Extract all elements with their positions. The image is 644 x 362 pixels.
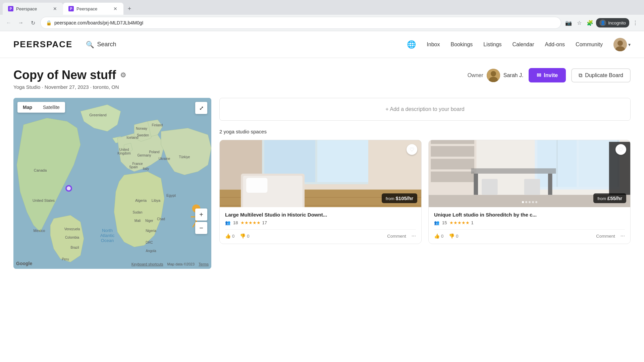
space-actions-1: 👍 0 👎 0 Comment ··· bbox=[225, 229, 416, 239]
logo-text: PEERSPACE bbox=[13, 39, 72, 49]
map-footer-right: Keyboard shortcuts Map data ©2023 Terms bbox=[131, 262, 209, 266]
space-card-image-1: ♡ from $105/hr bbox=[220, 140, 421, 207]
capacity-icon-1: 👥 bbox=[225, 220, 230, 225]
like-count-1: 0 bbox=[232, 234, 234, 239]
dot-4 bbox=[532, 201, 534, 203]
tab-title-2: Peerspace bbox=[76, 6, 110, 11]
space-card-2[interactable]: ♡ from £55/hr bbox=[428, 140, 631, 244]
forward-button[interactable]: → bbox=[16, 18, 25, 27]
back-button[interactable]: ← bbox=[4, 18, 13, 27]
incognito-label: Incognito bbox=[608, 20, 626, 25]
map-tab-satellite[interactable]: Satellite bbox=[38, 102, 65, 113]
like-button-2[interactable]: 👍 0 bbox=[434, 233, 443, 239]
space-details-2: 👥 15 ★★★★★ 1 bbox=[434, 220, 625, 225]
comment-button-1[interactable]: Comment bbox=[387, 234, 406, 239]
globe-icon[interactable]: 🌐 bbox=[407, 40, 416, 49]
dislike-button-2[interactable]: 👎 0 bbox=[449, 233, 458, 239]
board-meta: Yoga Studio · November 27, 2023 · toront… bbox=[13, 84, 126, 90]
duplicate-board-button[interactable]: ⧉ Duplicate Board bbox=[571, 68, 631, 82]
lock-icon: 🔒 bbox=[46, 20, 52, 25]
more-options-button-2[interactable]: ··· bbox=[621, 233, 625, 239]
browser-tabs: P Peerspace ✕ P Peerspace ✕ + bbox=[0, 0, 644, 15]
app-logo[interactable]: PEERSPACE bbox=[13, 39, 72, 50]
google-logo-text: Google bbox=[16, 261, 32, 266]
owner-section: Owner Sarah J. bbox=[468, 69, 524, 82]
map-tab-map[interactable]: Map bbox=[17, 102, 38, 113]
svg-text:Greenland: Greenland bbox=[89, 113, 106, 117]
heart-button-1[interactable]: ♡ bbox=[407, 144, 417, 155]
map-zoom-out-button[interactable]: − bbox=[195, 222, 207, 234]
browser-tab-2[interactable]: P Peerspace ✕ bbox=[63, 3, 123, 15]
space-card-1[interactable]: ♡ from $105/hr Large Multilevel Studio i… bbox=[219, 140, 422, 244]
svg-text:Niger: Niger bbox=[145, 219, 154, 223]
svg-rect-74 bbox=[431, 159, 474, 170]
more-options-button-1[interactable]: ··· bbox=[412, 233, 416, 239]
rating-2: ★★★★★ 1 bbox=[449, 220, 473, 225]
bookmark-icon[interactable]: ☆ bbox=[575, 18, 584, 27]
nav-addons[interactable]: Add-ons bbox=[545, 42, 565, 48]
search-button[interactable]: 🔍 Search bbox=[86, 41, 116, 49]
heart-button-2[interactable]: ♡ bbox=[615, 144, 626, 155]
dislike-count-2: 0 bbox=[456, 234, 458, 239]
dislike-count-1: 0 bbox=[247, 234, 249, 239]
map-zoom-in-button[interactable]: + bbox=[195, 208, 207, 221]
nav-listings[interactable]: Listings bbox=[483, 42, 501, 48]
camera-icon[interactable]: 📷 bbox=[564, 18, 573, 27]
address-bar[interactable]: 🔒 peerspace.com/boards/prj-MLD7JLb4M0gI bbox=[40, 17, 561, 29]
chevron-down-icon: ▾ bbox=[628, 42, 631, 47]
like-button-1[interactable]: 👍 0 bbox=[225, 233, 234, 239]
reload-button[interactable]: ↻ bbox=[28, 18, 38, 27]
space-card-info-2: Unique Loft studio in Shoreditch by the … bbox=[429, 207, 630, 244]
invite-button[interactable]: ✉ Invite bbox=[529, 68, 566, 82]
browser-tab-1[interactable]: P Peerspace ✕ bbox=[3, 3, 63, 15]
thumbs-down-icon-2: 👎 bbox=[449, 233, 454, 239]
svg-text:Chad: Chad bbox=[157, 217, 165, 221]
tab-close-2[interactable]: ✕ bbox=[113, 6, 118, 11]
tab-close-1[interactable]: ✕ bbox=[52, 6, 58, 11]
stars-1: ★★★★★ bbox=[240, 220, 261, 225]
svg-text:Finland: Finland bbox=[152, 123, 163, 127]
url-text: peerspace.com/boards/prj-MLD7JLb4M0gI bbox=[54, 20, 555, 25]
comment-button-2[interactable]: Comment bbox=[596, 234, 615, 239]
map-terms[interactable]: Terms bbox=[199, 262, 209, 266]
map-tabs: Map Satellite bbox=[17, 102, 65, 113]
svg-text:Germany: Germany bbox=[137, 154, 151, 157]
nav-bookings[interactable]: Bookings bbox=[450, 42, 473, 48]
thumbs-up-icon-1: 👍 bbox=[225, 233, 231, 239]
menu-button[interactable]: ⋮ bbox=[631, 18, 640, 27]
map-area: Canada United States Mexico Greenland Ic… bbox=[13, 98, 211, 269]
svg-text:Algeria: Algeria bbox=[135, 198, 147, 202]
header-nav: 🌐 Inbox Bookings Listings Calendar Add-o… bbox=[407, 38, 631, 51]
nav-inbox[interactable]: Inbox bbox=[427, 42, 440, 48]
review-count-2: 1 bbox=[471, 220, 473, 225]
map-container[interactable]: Canada United States Mexico Greenland Ic… bbox=[13, 98, 211, 269]
nav-calendar[interactable]: Calendar bbox=[513, 42, 534, 48]
nav-community[interactable]: Community bbox=[576, 42, 603, 48]
svg-rect-81 bbox=[524, 179, 540, 195]
svg-text:Poland: Poland bbox=[149, 150, 159, 154]
extension-icon[interactable]: 🧩 bbox=[585, 18, 595, 27]
svg-text:Venezuela: Venezuela bbox=[64, 227, 80, 231]
settings-icon[interactable]: ⚙ bbox=[120, 71, 126, 79]
new-tab-button[interactable]: + bbox=[125, 4, 134, 13]
map-zoom-controls: + − bbox=[195, 208, 207, 235]
map-data-text: Map data ©2023 bbox=[167, 262, 195, 266]
space-card-info-1: Large Multilevel Studio in Historic Down… bbox=[220, 207, 421, 244]
svg-text:Peru: Peru bbox=[62, 257, 69, 261]
svg-point-4 bbox=[491, 71, 496, 76]
map-keyboard-shortcuts[interactable]: Keyboard shortcuts bbox=[131, 262, 163, 266]
description-box[interactable]: + Add a description to your board bbox=[219, 98, 631, 121]
user-menu-button[interactable]: ▾ bbox=[613, 38, 631, 51]
incognito-avatar: 👤 bbox=[599, 19, 606, 26]
tab-title-1: Peerspace bbox=[16, 6, 50, 11]
invite-icon: ✉ bbox=[537, 72, 541, 78]
svg-text:Angola: Angola bbox=[146, 249, 156, 253]
incognito-badge[interactable]: 👤 Incognito bbox=[596, 18, 629, 27]
like-count-2: 0 bbox=[441, 234, 443, 239]
svg-text:Egypt: Egypt bbox=[166, 193, 176, 197]
map-expand-button[interactable]: ⤢ bbox=[195, 102, 207, 114]
svg-rect-73 bbox=[431, 146, 474, 157]
space-title-2: Unique Loft studio in Shoreditch by the … bbox=[434, 212, 625, 218]
spaces-count: 2 yoga studio spaces bbox=[219, 129, 631, 134]
dislike-button-1[interactable]: 👎 0 bbox=[240, 233, 249, 239]
